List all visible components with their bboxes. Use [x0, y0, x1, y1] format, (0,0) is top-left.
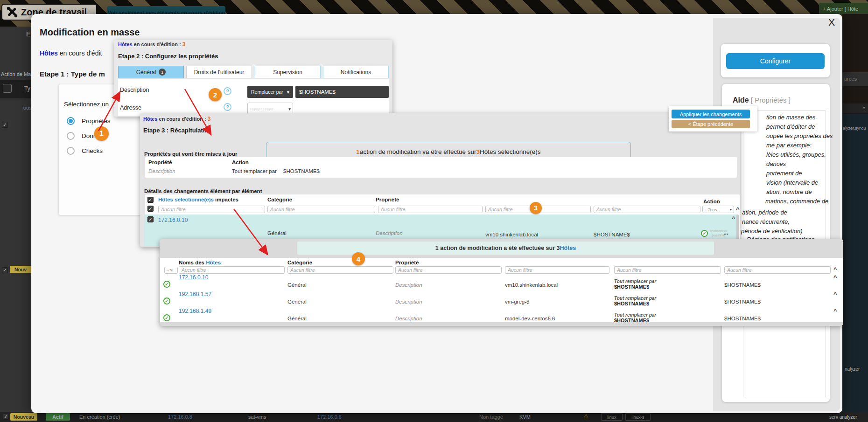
tag-badge: linux	[601, 413, 623, 421]
background-bottom-row: ✓ Nouveau Actif En création (crée) 172.1…	[0, 412, 868, 422]
description-action-select[interactable]: Remplacer par ▾	[247, 86, 293, 98]
step3-editing-line: Hôtes en cours d'édition : 3	[143, 116, 210, 122]
host-link[interactable]: 192.168.1.57	[179, 291, 211, 297]
radio-label-checks[interactable]: Checks	[82, 147, 103, 154]
radio-donnees[interactable]	[67, 132, 75, 140]
sort-icon[interactable]: ^	[736, 207, 740, 212]
prop-action: Tout remplacer par	[232, 168, 277, 174]
tab-supervision[interactable]: Supervision	[255, 66, 321, 78]
host-count: 3	[476, 148, 480, 155]
row-checkbox[interactable]: ✓	[2, 267, 8, 273]
row-property: Description	[376, 230, 403, 236]
help-line: ation, période de	[742, 209, 787, 216]
row-new-value: $HOSTNAME$	[724, 299, 761, 304]
names-header: Noms des	[179, 260, 206, 265]
action-filter-select[interactable]: --Tous-- ▾	[702, 206, 734, 213]
prop-value: $HOSTNAME$	[283, 168, 320, 174]
select-all-checkbox[interactable]: ✓	[147, 197, 154, 203]
row-property: Description	[395, 316, 422, 321]
tab-user-rights[interactable]: Droits de l'utilisateur	[186, 66, 252, 78]
host-link[interactable]: 172.16.0.8	[168, 414, 192, 420]
type-column-fragment: Ty	[24, 85, 30, 92]
help-line: période de vérification)	[741, 228, 803, 235]
help-heading: Aide [ Propriétés ]	[733, 96, 791, 104]
configure-button[interactable]: Configurer	[726, 53, 825, 69]
row-new-value: $HOSTNAME$	[724, 282, 761, 288]
tab-general[interactable]: Général 1	[118, 66, 184, 78]
collapse-icon[interactable]: ^	[833, 292, 837, 297]
selected-filter: --To	[167, 268, 173, 272]
value-filter-input[interactable]	[505, 266, 609, 274]
row-checkbox[interactable]: ✓	[3, 414, 9, 420]
radio-checks[interactable]	[67, 147, 75, 155]
action-filter-input[interactable]	[614, 266, 721, 274]
radio-proprietes[interactable]	[67, 117, 75, 125]
property-filter-input[interactable]	[395, 266, 502, 274]
collapse-icon[interactable]: ^	[833, 309, 837, 313]
poller-text: serv analyzer	[829, 415, 857, 420]
category-filter-input[interactable]	[267, 206, 375, 213]
newvalue-filter-input[interactable]	[594, 206, 700, 213]
help-line: ation, nombre de	[766, 188, 812, 195]
banner-text: 1 action de modification a été effectuée…	[435, 245, 560, 251]
collapse-icon[interactable]: ^	[833, 275, 837, 280]
chevron-down-icon: ▾	[287, 89, 289, 95]
background-left-column: E Action de Mass Ty ous ✓ ✓ Nouv	[0, 27, 31, 412]
help-icon[interactable]: ?	[224, 87, 231, 95]
status-badge-new: Nouveau	[10, 413, 37, 421]
column-header: Propriété	[395, 260, 419, 265]
row-checkbox[interactable]: ✓	[2, 122, 8, 128]
banner-text: Hôtes sélectionné(e)s	[480, 148, 541, 155]
host-link[interactable]: 172.16.0.6	[317, 414, 342, 420]
tab-notifications[interactable]: Notifications	[323, 66, 389, 78]
help-icon[interactable]: ?	[224, 103, 231, 111]
analyzer-list-fragment: alyzer,syncu	[843, 126, 866, 131]
row-checkbox[interactable]: ✓	[147, 216, 154, 222]
dropdown-arrow-icon[interactable]: ▾	[863, 105, 865, 110]
analyzer-fragment: nalyzer	[845, 367, 860, 372]
help-line: tion de masse des	[766, 114, 816, 121]
radio-label-proprietes[interactable]: Propriétés	[82, 118, 111, 125]
status-badge-active: Actif	[46, 413, 70, 421]
hosts-header-blue: Hôtes sélectionné(e)s	[158, 197, 214, 202]
close-icon[interactable]: X	[825, 17, 838, 29]
hostname-filter-input[interactable]	[179, 266, 285, 274]
help-line: permet d'éditer de	[766, 123, 815, 130]
help-scope: [ Propriétés ]	[749, 96, 791, 104]
previous-step-button[interactable]: < Étape précédente	[672, 120, 750, 128]
description-value-input[interactable]: $HOSTNAME$	[295, 86, 389, 98]
host-link[interactable]: 192.168.1.49	[179, 308, 211, 314]
tool-icon[interactable]	[3, 84, 12, 93]
property-filter-input[interactable]	[378, 206, 483, 213]
new-badge-cut: Nouv	[10, 266, 31, 273]
done-check-icon: ✓	[163, 297, 170, 304]
collapse-icon[interactable]: ^	[732, 216, 735, 221]
sort-icon[interactable]: ^	[833, 267, 837, 272]
done-check-icon: ✓	[163, 281, 170, 288]
annotation-circle-3: 3	[530, 202, 542, 214]
category-filter-input[interactable]	[287, 266, 393, 274]
address-field-label: Adresse	[120, 104, 141, 111]
host-filter-input[interactable]	[158, 206, 265, 213]
step2-heading: Etape 2 : Configurez les propriétés	[118, 53, 218, 60]
tab-label: Droits de l'utilisateur	[194, 69, 245, 76]
creation-status-text: En création (crée)	[79, 414, 120, 420]
host-link[interactable]: 172.16.0.10	[179, 274, 208, 281]
host-link[interactable]: 172.16.0.10	[158, 217, 188, 223]
screen: Zone de travail Voir seulement mes éléme…	[0, 0, 868, 422]
editing-count: 3	[182, 41, 186, 48]
add-host-button[interactable]: + Ajouter [ Hôte	[819, 3, 868, 15]
editing-text: en cours d'édit	[58, 49, 102, 57]
newvalue-filter-input[interactable]	[724, 266, 831, 274]
apply-changes-button[interactable]: Appliquer les changements	[672, 110, 750, 118]
more-actions-icon[interactable]: ...	[723, 229, 728, 236]
action-count: 1	[356, 148, 360, 155]
column-header: Propriété	[376, 197, 399, 202]
filter-row-checkbox[interactable]: ✓	[147, 206, 154, 212]
mini-filter-select[interactable]: --To	[164, 267, 178, 274]
background-toolbar-band: Ty	[0, 80, 31, 98]
row-category: Général	[267, 230, 287, 236]
warning-icon: ⚠	[583, 413, 589, 420]
row-action-type: Tout remplacer par	[614, 279, 656, 284]
row-property: Description	[395, 299, 422, 304]
